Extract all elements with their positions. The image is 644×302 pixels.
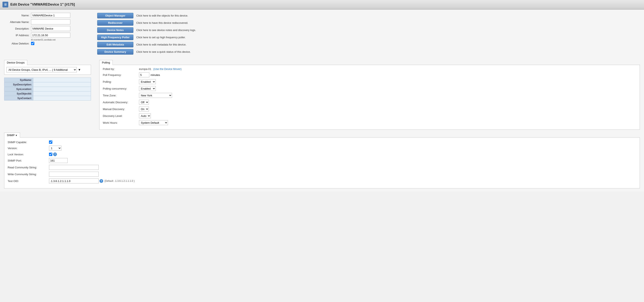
action-btn-device-notes[interactable]: Device Notes — [97, 27, 134, 33]
action-btn-row-4: Edit Metadata Click here to edit metadat… — [97, 42, 640, 47]
polling-select[interactable]: Enabled Disabled — [139, 79, 156, 84]
action-btn-desc-0: Click here to edit the objects for this … — [136, 14, 188, 17]
test-oid-row: Test OID: ? (Default: .1.3.6.1.2.1.1.1.0… — [8, 178, 636, 184]
app-icon: 🖥 — [2, 2, 8, 8]
sys-value-3 — [33, 92, 91, 96]
sys-label-2: SysLocation: — [4, 87, 33, 92]
action-btn-row-2: Device Notes Click here to see device no… — [97, 27, 640, 33]
allow-deletion-row: Allow Deletion: — [4, 42, 91, 45]
sys-label-0: SysName: — [4, 78, 33, 82]
sys-value-4 — [33, 96, 91, 100]
sys-table: SysName: SysDescription: SysLocation: Sy… — [4, 78, 91, 100]
write-community-input[interactable] — [49, 172, 99, 177]
snmp-version-select[interactable]: 1 2c 3 — [49, 146, 62, 150]
poll-freq-input[interactable] — [139, 72, 149, 77]
polling-concurrency-row: Polling concurrency: Enabled Disabled — [103, 86, 636, 91]
alt-name-label: Alternate Name: — [4, 20, 31, 24]
discovery-level-select[interactable]: Auto 1 2 3 — [139, 113, 151, 118]
snmp-port-row: SNMP Port: — [8, 158, 636, 163]
allow-deletion-checkbox[interactable] — [31, 42, 34, 45]
description-row: Description: — [4, 26, 91, 31]
test-oid-default: (Default: .1.3.6.1.2.1.1.1.0 ) — [104, 180, 135, 182]
snmp-tab-arrow-icon[interactable]: ▼ — [15, 134, 17, 136]
test-oid-input[interactable] — [49, 178, 99, 184]
allow-deletion-label: Allow Deletion: — [4, 42, 31, 45]
action-btn-desc-1: Click here to have this device rediscove… — [136, 21, 188, 24]
snmp-capable-checkbox[interactable] — [49, 140, 52, 144]
action-btn-row-1: Rediscover Click here to have this devic… — [97, 20, 640, 26]
action-btn-row-0: Object Manager Click here to edit the ob… — [97, 13, 640, 18]
polling-panel: Polled by: europa-01 (Use the Device Mov… — [99, 65, 640, 130]
device-form: Name: Alternate Name: Description: IP Ad… — [4, 13, 91, 56]
left-panel: Device Groups All Device Groups, Class B… — [4, 60, 95, 130]
read-community-row: Read Community String: — [8, 165, 636, 170]
device-groups-select[interactable]: All Device Groups, Class B, IPv4, ... ( … — [6, 67, 77, 72]
device-mover-link[interactable]: (Use the Device Mover) — [153, 68, 182, 70]
alt-name-row: Alternate Name: — [4, 20, 91, 24]
top-section: Name: Alternate Name: Description: IP Ad… — [4, 13, 640, 56]
ip-row: IP Address: — [4, 33, 91, 38]
snmp-tab: SNMP ▼ — [4, 132, 20, 138]
polling-tab: Polling — [99, 60, 113, 65]
action-btn-object-manager[interactable]: Object Manager — [97, 13, 134, 18]
device-groups-inner: All Device Groups, Class B, IPv4, ... ( … — [4, 65, 91, 74]
timezone-row: Time Zone: New York UTC Los Angeles Chic… — [103, 93, 636, 98]
action-btn-row-5: Device Summary Click here to see a quick… — [97, 49, 640, 54]
auto-discovery-row: Automatic Discovery: Off On — [103, 100, 636, 105]
action-buttons: Object Manager Click here to edit the ob… — [97, 13, 640, 56]
dropdown-arrow-icon[interactable]: ▼ — [78, 68, 81, 71]
test-oid-help-icon[interactable]: ? — [100, 179, 103, 183]
action-btn-high-frequency-poller[interactable]: High Frequency Poller — [97, 34, 134, 40]
action-btn-desc-4: Click here to edit metadata for this dev… — [136, 43, 186, 46]
action-btn-edit-metadata[interactable]: Edit Metadata — [97, 42, 134, 47]
poll-freq-unit: minutes — [150, 74, 160, 76]
sys-value-1 — [33, 82, 91, 87]
manual-discovery-row: Manual Discovery: On Off — [103, 106, 636, 112]
sys-label-3: SysObjectId: — [4, 92, 33, 96]
action-btn-row-3: High Frequency Poller Click here to set … — [97, 34, 640, 40]
lock-version-checkbox[interactable] — [49, 153, 52, 156]
name-row: Name: — [4, 13, 91, 18]
snmp-panel: SNMP Capable: Version: 1 2c 3 Lock Versi… — [4, 137, 640, 188]
snmp-wrapper: SNMP ▼ SNMP Capable: Version: 1 2c 3 Loc… — [4, 132, 640, 188]
snmp-capable-row: SNMP Capable: — [8, 140, 636, 144]
action-btn-desc-5: Click here to see a quick status of this… — [136, 50, 191, 53]
description-label: Description: — [4, 27, 31, 30]
lock-version-row: Lock Version: ? — [8, 152, 636, 156]
description-input[interactable] — [31, 26, 70, 31]
timezone-select[interactable]: New York UTC Los Angeles Chicago — [139, 93, 172, 98]
device-groups-tab: Device Groups — [4, 60, 27, 65]
lock-version-help-icon[interactable]: ? — [53, 152, 57, 156]
poll-freq-row: Poll Frequency: minutes — [103, 72, 636, 77]
ip-hint: itl-vcenter01.sevitlab.net — [31, 38, 91, 41]
device-groups-wrapper: Device Groups All Device Groups, Class B… — [4, 60, 95, 75]
snmp-port-input[interactable] — [49, 158, 68, 163]
name-label: Name: — [4, 14, 31, 17]
snmp-version-row: Version: 1 2c 3 — [8, 146, 636, 150]
name-input[interactable] — [31, 13, 70, 18]
polling-wrapper: Polling Polled by: europa-01 (Use the De… — [99, 60, 640, 130]
action-btn-device-summary[interactable]: Device Summary — [97, 49, 134, 54]
action-btn-desc-2: Click here to see device notes and disco… — [136, 28, 196, 32]
sys-table-row-1: SysDescription: — [4, 82, 91, 87]
title-bar: 🖥 Edit Device "VMWAREDevice 1" [#175] — [0, 0, 644, 10]
action-btn-rediscover[interactable]: Rediscover — [97, 20, 134, 26]
discovery-level-row: Discovery Level: Auto 1 2 3 — [103, 113, 636, 118]
polling-concurrency-select[interactable]: Enabled Disabled — [139, 86, 156, 91]
middle-section: Device Groups All Device Groups, Class B… — [4, 60, 640, 130]
polling-enabled-row: Polling: Enabled Disabled — [103, 79, 636, 84]
manual-discovery-select[interactable]: On Off — [139, 106, 149, 112]
sys-value-2 — [33, 87, 91, 92]
sys-table-row-2: SysLocation: — [4, 87, 91, 92]
read-community-input[interactable] — [49, 165, 99, 170]
action-btn-desc-3: Click here to set up high frequency poll… — [136, 36, 186, 39]
work-hours-row: Work Hours: System Default Custom — [103, 120, 636, 125]
alt-name-input[interactable] — [31, 20, 70, 24]
sys-label-4: SysContact: — [4, 96, 33, 100]
ip-input[interactable] — [31, 33, 70, 38]
device-groups-box: All Device Groups, Class B, IPv4, ... ( … — [4, 65, 91, 75]
work-hours-select[interactable]: System Default Custom — [139, 120, 168, 125]
ip-label: IP Address: — [4, 34, 31, 37]
auto-discovery-select[interactable]: Off On — [139, 100, 149, 105]
sys-value-0 — [33, 78, 91, 82]
